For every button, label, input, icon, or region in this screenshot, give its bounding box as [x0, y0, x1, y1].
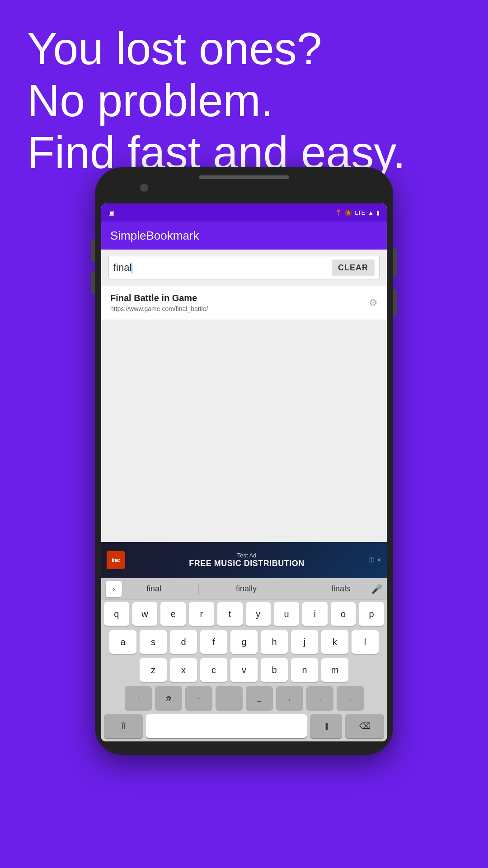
key-t[interactable]: t [217, 602, 243, 626]
front-camera [140, 184, 148, 192]
hero-text: You lost ones? No problem. Find fast and… [27, 23, 461, 179]
backspace-key[interactable]: ⌫ [345, 714, 384, 738]
volume-up-button [91, 240, 95, 262]
ad-banner: trac Test Ad FREE MUSIC DISTRIBUTION ⓘ ✕ [101, 542, 387, 578]
key-dash[interactable]: - [185, 686, 212, 710]
key-o[interactable]: o [331, 602, 356, 626]
key-l[interactable]: l [352, 630, 379, 654]
status-right: 📍 🔕 LTE ▲ ▮ [335, 209, 380, 216]
space-key[interactable] [146, 714, 307, 738]
autocomplete-suggestions: final finally finals [126, 584, 371, 594]
key-c[interactable]: c [200, 658, 227, 682]
results-area: Final Battle in Game https://www.game.co… [101, 286, 387, 578]
key-x[interactable]: x [170, 658, 197, 682]
notification-icon: ▣ [108, 209, 114, 216]
key-row-1: q w e r t y u i o p [101, 600, 387, 628]
ad-close-icon[interactable]: ✕ [377, 557, 381, 563]
result-title: Final Battle in Game [110, 293, 369, 303]
key-dotdotdot[interactable]: ... [337, 686, 364, 710]
ad-test-label: Test Ad [129, 552, 364, 559]
key-at[interactable]: @ [155, 686, 182, 710]
key-comma[interactable]: , [276, 686, 303, 710]
app-title: SimpleBookmark [110, 229, 199, 243]
key-q[interactable]: q [104, 602, 129, 626]
app-toolbar: SimpleBookmark [101, 222, 387, 250]
key-u[interactable]: u [274, 602, 299, 626]
key-m[interactable]: m [321, 658, 348, 682]
settings-icon[interactable]: ⚙ [369, 297, 378, 309]
key-f[interactable]: f [200, 630, 227, 654]
ad-text-block: Test Ad FREE MUSIC DISTRIBUTION [129, 552, 364, 568]
key-p[interactable]: p [359, 602, 384, 626]
key-i[interactable]: i [302, 602, 328, 626]
text-cursor [131, 263, 132, 274]
shift-key[interactable]: ⇧ [104, 714, 143, 738]
key-dotdot[interactable]: .. [306, 686, 333, 710]
result-info: Final Battle in Game https://www.game.co… [110, 293, 369, 312]
key-row-2: a s d f g h j k l [101, 628, 387, 656]
ad-main-text: FREE MUSIC DISTRIBUTION [129, 559, 364, 568]
phone-screen: ▣ 📍 🔕 LTE ▲ ▮ SimpleBookmark final [101, 203, 387, 741]
search-input-value[interactable]: final [113, 262, 332, 274]
key-b[interactable]: b [261, 658, 288, 682]
ad-controls[interactable]: ⓘ ✕ [369, 557, 381, 564]
location-icon: 📍 [335, 209, 342, 216]
hero-section: You lost ones? No problem. Find fast and… [27, 23, 461, 179]
speaker-grill [199, 175, 289, 179]
autocomplete-word-2[interactable]: finally [231, 584, 261, 594]
phone-device: ▣ 📍 🔕 LTE ▲ ▮ SimpleBookmark final [29, 167, 459, 868]
key-r[interactable]: r [189, 602, 214, 626]
key-n[interactable]: n [291, 658, 318, 682]
key-s[interactable]: s [140, 630, 167, 654]
key-row-3: z x c v b n m [101, 656, 387, 684]
key-dot[interactable]: . [216, 686, 243, 710]
key-a[interactable]: a [109, 630, 136, 654]
status-left: ▣ [108, 209, 114, 216]
key-d[interactable]: d [170, 630, 197, 654]
search-area: final CLEAR [101, 250, 387, 286]
volume-down-button [91, 271, 95, 294]
ad-info-icon[interactable]: ⓘ [369, 557, 374, 564]
autocomplete-arrow[interactable]: › [106, 581, 122, 597]
key-underscore[interactable]: _ [246, 686, 273, 710]
battery-icon: ▮ [376, 209, 380, 216]
ad-logo: trac [107, 551, 125, 569]
phone-body: ▣ 📍 🔕 LTE ▲ ▮ SimpleBookmark final [95, 167, 393, 755]
signal-icon: ▲ [368, 209, 374, 216]
key-j[interactable]: j [291, 630, 318, 654]
status-bar: ▣ 📍 🔕 LTE ▲ ▮ [101, 203, 387, 222]
search-bar[interactable]: final CLEAR [108, 256, 380, 279]
autocomplete-word-3[interactable]: finals [327, 584, 355, 594]
key-g[interactable]: g [230, 630, 258, 654]
key-k[interactable]: k [321, 630, 348, 654]
key-row-bottom: ⇧ ||| ⌫ [101, 712, 387, 741]
divider-2 [294, 584, 294, 594]
divider-1 [198, 584, 199, 594]
search-text: final [113, 262, 131, 273]
power-button [393, 249, 397, 276]
key-w[interactable]: w [132, 602, 158, 626]
key-row-special: ! @ - . _ , .. ... [101, 684, 387, 712]
keyboard: › final finally finals 🎤 q w e [101, 578, 387, 741]
key-e[interactable]: e [160, 602, 186, 626]
pipe-key[interactable]: ||| [310, 714, 342, 738]
ad-logo-text: trac [112, 557, 120, 563]
result-item[interactable]: Final Battle in Game https://www.game.co… [101, 286, 387, 320]
key-h[interactable]: h [261, 630, 288, 654]
key-y[interactable]: y [246, 602, 271, 626]
key-z[interactable]: z [140, 658, 167, 682]
result-url: https://www.game.com/final_battle/ [110, 305, 369, 312]
silent-icon: 🔕 [345, 209, 352, 216]
key-exclaim[interactable]: ! [125, 686, 152, 710]
clear-button[interactable]: CLEAR [332, 259, 375, 276]
mic-icon[interactable]: 🎤 [371, 584, 382, 594]
autocomplete-bar: › final finally finals 🎤 [101, 578, 387, 600]
autocomplete-word-1[interactable]: final [142, 584, 166, 594]
camera-button [393, 289, 397, 316]
key-v[interactable]: v [230, 658, 258, 682]
lte-label: LTE [355, 209, 365, 216]
